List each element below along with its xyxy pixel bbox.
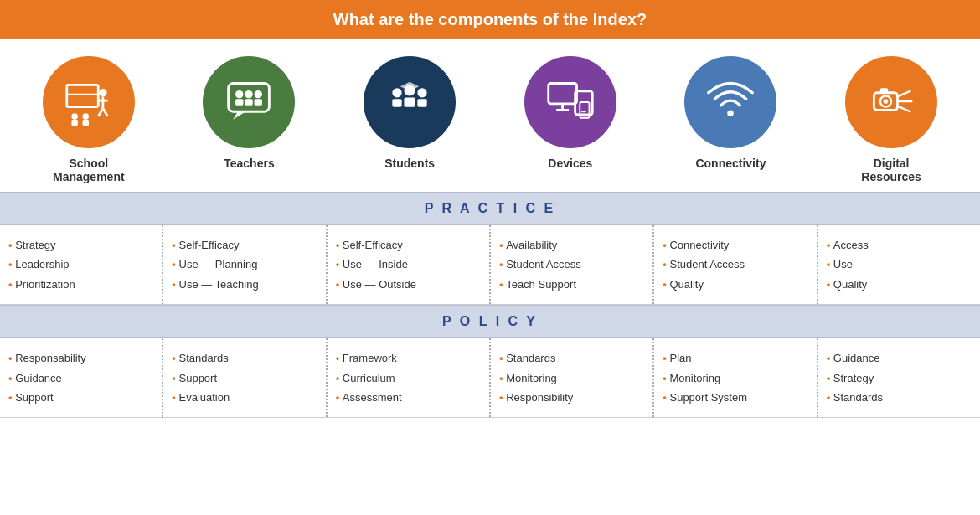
- icon-circle-devices: [524, 56, 616, 148]
- list-item: Quality: [827, 275, 972, 294]
- list-item: Quality: [663, 275, 807, 294]
- policy-label: P O L I C Y: [442, 314, 538, 328]
- icon-label-devices: Devices: [548, 157, 592, 170]
- svg-point-19: [393, 88, 402, 97]
- list-item: Standards: [499, 348, 644, 368]
- list-item: Prioritization: [8, 275, 153, 294]
- svg-rect-20: [393, 99, 402, 106]
- policy-col-4: Plan Monitoring Support System: [654, 338, 818, 417]
- policy-list-5: Guidance Strategy Standards: [827, 348, 972, 407]
- svg-rect-18: [255, 99, 262, 106]
- svg-marker-25: [400, 82, 420, 91]
- list-item: Assessment: [336, 388, 481, 407]
- svg-point-17: [255, 90, 262, 98]
- practice-col-5: Access Use Quality: [818, 225, 980, 304]
- practice-col-3: Availability Student Access Teach Suppor…: [491, 225, 654, 304]
- list-item: Standards: [172, 348, 317, 368]
- list-item: Student Access: [663, 255, 807, 274]
- icon-circle-connectivity: [684, 56, 776, 148]
- list-item: Support System: [663, 388, 807, 407]
- teachers-icon: [224, 77, 274, 127]
- devices-icon: [545, 77, 596, 127]
- list-item: Framework: [336, 348, 481, 368]
- icons-section: SchoolManagement Teachers: [0, 39, 980, 192]
- icon-circle-digital-resources: [845, 56, 937, 148]
- practice-section-header: P R A C T I C E: [0, 192, 980, 225]
- svg-rect-26: [549, 84, 577, 104]
- policy-list-3: Standards Monitoring Responsibility: [499, 348, 644, 407]
- svg-line-9: [98, 109, 103, 116]
- list-item: Leadership: [8, 255, 153, 274]
- list-item: Use — Teaching: [172, 275, 317, 294]
- list-item: Support: [8, 388, 153, 407]
- list-item: Availability: [499, 235, 644, 255]
- practice-label: P R A C T I C E: [425, 201, 555, 215]
- svg-point-4: [82, 113, 89, 120]
- practice-col-1: Self-Efficacy Use — Planning Use — Teach…: [163, 225, 327, 304]
- list-item: Self-Efficacy: [172, 235, 317, 255]
- icon-label-teachers: Teachers: [224, 157, 274, 170]
- icon-label-digital-resources: DigitalResources: [861, 157, 921, 183]
- policy-col-1: Standards Support Evaluation: [163, 338, 327, 417]
- list-item: Self-Efficacy: [336, 235, 481, 255]
- svg-line-10: [103, 109, 108, 116]
- policy-col-2: Framework Curriculum Assessment: [328, 338, 491, 417]
- list-item: Responsability: [8, 348, 153, 368]
- icon-circle-school-management: [43, 56, 135, 148]
- practice-col-4: Connectivity Student Access Quality: [654, 225, 818, 304]
- list-item: Support: [172, 368, 317, 388]
- list-item: Guidance: [827, 348, 972, 368]
- svg-rect-0: [67, 85, 99, 106]
- svg-point-2: [71, 113, 78, 120]
- icon-item-students: Students: [343, 56, 477, 170]
- policy-col-0: Responsability Guidance Support: [0, 338, 163, 417]
- list-item: Connectivity: [663, 235, 807, 255]
- svg-point-33: [728, 110, 735, 116]
- svg-line-39: [898, 106, 910, 112]
- policy-list-1: Standards Support Evaluation: [172, 348, 317, 407]
- icon-circle-teachers: [203, 56, 295, 148]
- svg-rect-22: [405, 97, 415, 106]
- icon-label-students: Students: [384, 157, 435, 170]
- icon-item-digital-resources: DigitalResources: [824, 56, 958, 183]
- icon-label-school-management: SchoolManagement: [53, 157, 125, 183]
- practice-grid-row: Strategy Leadership Prioritization Self-…: [0, 225, 980, 305]
- list-item: Standards: [827, 388, 972, 407]
- students-icon: [384, 77, 435, 127]
- svg-point-23: [418, 88, 427, 97]
- practice-col-0: Strategy Leadership Prioritization: [0, 225, 163, 304]
- list-item: Monitoring: [499, 368, 644, 388]
- policy-list-2: Framework Curriculum Assessment: [336, 348, 481, 407]
- list-item: Strategy: [8, 235, 153, 255]
- svg-line-37: [898, 91, 910, 97]
- page-header: What are the components of the Index?: [0, 0, 980, 39]
- list-item: Guidance: [8, 368, 153, 388]
- policy-section-header: P O L I C Y: [0, 305, 980, 338]
- list-item: Use: [827, 255, 972, 274]
- list-item: Responsibility: [499, 388, 644, 407]
- list-item: Use — Outside: [336, 275, 481, 294]
- svg-rect-16: [245, 99, 253, 106]
- practice-list-0: Strategy Leadership Prioritization: [8, 235, 153, 294]
- policy-list-4: Plan Monitoring Support System: [663, 348, 807, 407]
- svg-point-6: [99, 89, 106, 96]
- practice-col-2: Self-Efficacy Use — Inside Use — Outside: [328, 225, 491, 304]
- digital-resources-icon: [866, 77, 916, 127]
- svg-point-15: [245, 90, 253, 98]
- list-item: Use — Planning: [172, 255, 317, 274]
- svg-rect-40: [880, 88, 888, 93]
- policy-col-5: Guidance Strategy Standards: [818, 338, 980, 417]
- svg-rect-5: [82, 120, 89, 126]
- practice-list-4: Connectivity Student Access Quality: [663, 235, 807, 294]
- icon-circle-students: [364, 56, 456, 148]
- list-item: Use — Inside: [336, 255, 481, 274]
- practice-list-3: Availability Student Access Teach Suppor…: [499, 235, 644, 294]
- list-item: Curriculum: [336, 368, 481, 388]
- list-item: Strategy: [827, 368, 972, 388]
- list-item: Access: [827, 235, 972, 255]
- icon-item-connectivity: Connectivity: [663, 56, 797, 170]
- svg-point-36: [884, 99, 889, 104]
- list-item: Student Access: [499, 255, 644, 274]
- policy-grid-row: Responsability Guidance Support Standard…: [0, 338, 980, 418]
- icon-item-school-management: SchoolManagement: [22, 56, 156, 183]
